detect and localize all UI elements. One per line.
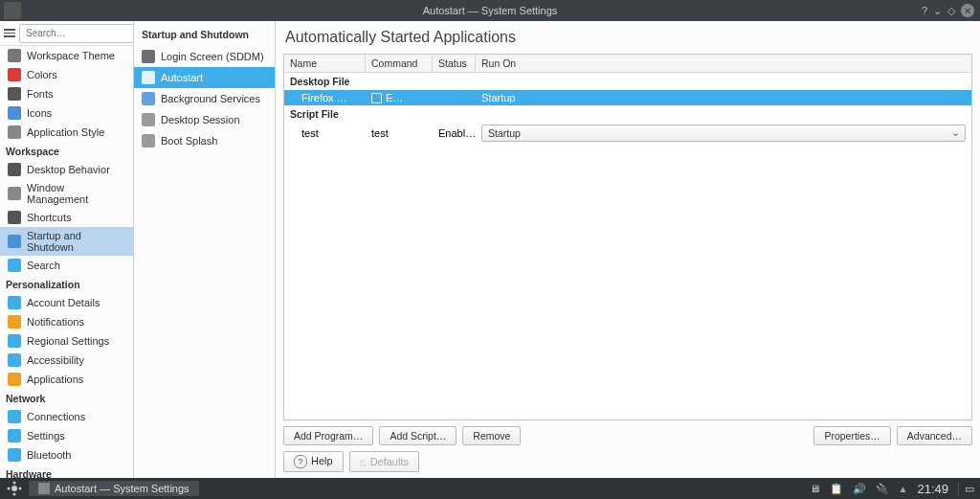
sidebar-group-network: Network	[0, 389, 133, 407]
tray-expand-icon[interactable]: ▲	[899, 484, 908, 494]
cell-runon: Startup	[481, 92, 966, 103]
sidebar-item-icon	[8, 410, 21, 423]
column-runon[interactable]: Run On	[476, 55, 971, 72]
subpanel: Startup and Shutdown Login Screen (SDDM)…	[134, 21, 276, 478]
sidebar-item-regional-settings[interactable]: Regional Settings	[0, 331, 133, 351]
sidebar-item-notifications[interactable]: Notifications	[0, 312, 133, 331]
sidebar-item-accessibility[interactable]: Accessibility	[0, 351, 133, 370]
svg-point-4	[13, 493, 16, 496]
sidebar-item-window-management[interactable]: Window Management	[0, 179, 133, 208]
add-script-button[interactable]: Add Script…	[379, 426, 457, 445]
maximize-icon[interactable]: ◇	[947, 5, 955, 17]
sidebar-item-label: Window Management	[27, 182, 127, 205]
sidebar-item-account-details[interactable]: Account Details	[0, 293, 133, 312]
sidebar-item-label: Search	[27, 260, 60, 271]
sidebar-item-icon	[8, 429, 21, 442]
sidebar-item-desktop-behavior[interactable]: Desktop Behavior	[0, 160, 133, 179]
sidebar-item-label: Icons	[27, 107, 52, 119]
properties-button[interactable]: Properties…	[813, 426, 890, 445]
sidebar-item-applications[interactable]: Applications	[0, 370, 133, 389]
sidebar-item-label: Startup and Shutdown	[27, 230, 127, 253]
sidebar-item-icon	[8, 87, 21, 101]
window-app-icon	[4, 2, 21, 19]
sidebar-item-label: Settings	[27, 430, 65, 442]
tray-removable-icon[interactable]: 🖥	[810, 483, 820, 494]
subpanel-item-desktop-session[interactable]: Desktop Session	[134, 109, 275, 130]
sidebar-item-icon	[8, 106, 21, 120]
taskbar-clock[interactable]: 21:49	[917, 482, 948, 496]
sidebar-item-bluetooth[interactable]: Bluetooth	[0, 445, 133, 465]
subpanel-item-icon	[142, 134, 155, 147]
sidebar-item-label: Desktop Behavior	[27, 164, 110, 175]
main-area: Workspace ThemeColorsFontsIconsApplicati…	[0, 21, 980, 478]
column-command[interactable]: Command	[366, 55, 433, 72]
help-icon	[294, 455, 311, 466]
app-launcher-icon[interactable]	[6, 480, 23, 497]
minimize-icon[interactable]: ⌄	[933, 5, 942, 17]
window-title: Autostart — System Settings	[423, 5, 558, 16]
sidebar-item-startup-and-shutdown[interactable]: Startup and Shutdown	[0, 227, 133, 256]
sidebar-item-icon	[8, 68, 21, 81]
defaults-button[interactable]: ⎌Defaults	[349, 451, 419, 472]
content-pane: Automatically Started Applications Name …	[276, 21, 980, 478]
sidebar-item-search[interactable]: Search	[0, 256, 133, 275]
window-titlebar: Autostart — System Settings ? ⌄ ◇ ✕	[0, 0, 980, 21]
column-name[interactable]: Name	[284, 55, 366, 72]
add-program-button[interactable]: Add Program…	[283, 426, 373, 445]
sidebar-item-icons[interactable]: Icons	[0, 103, 133, 123]
cell-name: test	[290, 127, 371, 139]
tray-volume-icon[interactable]: 🔊	[853, 483, 866, 495]
sidebar-item-label: Connections	[27, 411, 85, 422]
advanced-button[interactable]: Advanced…	[897, 426, 972, 445]
subpanel-title: Startup and Shutdown	[134, 25, 275, 46]
svg-point-1	[8, 488, 11, 490]
status-checkbox-icon[interactable]	[371, 93, 382, 103]
show-desktop-icon[interactable]: ▭	[958, 483, 974, 495]
sidebar-left: Workspace ThemeColorsFontsIconsApplicati…	[0, 21, 134, 478]
sidebar-item-settings[interactable]: Settings	[0, 426, 133, 445]
search-input[interactable]	[19, 24, 134, 43]
sidebar-item-colors[interactable]: Colors	[0, 65, 133, 84]
cell-command: test	[371, 127, 438, 139]
sidebar-item-fonts[interactable]: Fonts	[0, 84, 133, 103]
cell-runon: Startup	[481, 125, 966, 142]
subpanel-item-icon	[142, 50, 155, 63]
sidebar-item-icon	[8, 125, 21, 139]
sidebar-item-label: Shortcuts	[27, 212, 71, 223]
subpanel-item-login-screen-sddm-[interactable]: Login Screen (SDDM)	[134, 46, 275, 67]
taskbar-entry-system-settings[interactable]: Autostart — System Settings	[29, 481, 199, 496]
sidebar-group-workspace: Workspace	[0, 142, 133, 160]
sidebar-item-icon	[8, 296, 21, 309]
sidebar-item-connections[interactable]: Connections	[0, 407, 133, 426]
subpanel-item-autostart[interactable]: Autostart	[134, 67, 275, 88]
sidebar-item-icon	[8, 49, 21, 62]
help-titlebar-icon[interactable]: ?	[922, 5, 927, 16]
sidebar-item-shortcuts[interactable]: Shortcuts	[0, 208, 133, 227]
runon-dropdown[interactable]: Startup	[481, 125, 966, 142]
sidebar-group-hardware: Hardware	[0, 465, 133, 478]
help-button[interactable]: Help	[283, 451, 344, 472]
svg-point-0	[11, 486, 17, 491]
subpanel-item-icon	[142, 71, 155, 84]
sidebar-item-icon	[8, 353, 21, 367]
sidebar-item-application-style[interactable]: Application Style	[0, 123, 133, 142]
sidebar-item-icon	[8, 163, 21, 176]
table-row-test[interactable]: test test Enabl… Startup	[284, 123, 971, 144]
sidebar-item-icon	[8, 373, 21, 386]
tray-network-icon[interactable]: 🔌	[876, 483, 889, 495]
table-header: Name Command Status Run On	[284, 55, 971, 73]
sidebar-item-icon	[8, 259, 21, 272]
subpanel-item-boot-splash[interactable]: Boot Splash	[134, 130, 275, 151]
column-status[interactable]: Status	[433, 55, 476, 72]
section-desktop-file: Desktop File	[284, 73, 971, 90]
sidebar-item-workspace-theme[interactable]: Workspace Theme	[0, 46, 133, 65]
table-row-firefox[interactable]: Firefox … E… Startup	[284, 90, 971, 105]
sidebar-item-icon	[8, 334, 21, 348]
tray-clipboard-icon[interactable]: 📋	[830, 483, 843, 495]
hamburger-menu-icon[interactable]	[0, 25, 19, 41]
page-title: Automatically Started Applications	[283, 27, 972, 54]
close-icon[interactable]: ✕	[961, 4, 974, 17]
remove-button[interactable]: Remove	[462, 426, 521, 445]
subpanel-item-background-services[interactable]: Background Services	[134, 88, 275, 109]
cell-status: Enabl…	[438, 127, 481, 139]
